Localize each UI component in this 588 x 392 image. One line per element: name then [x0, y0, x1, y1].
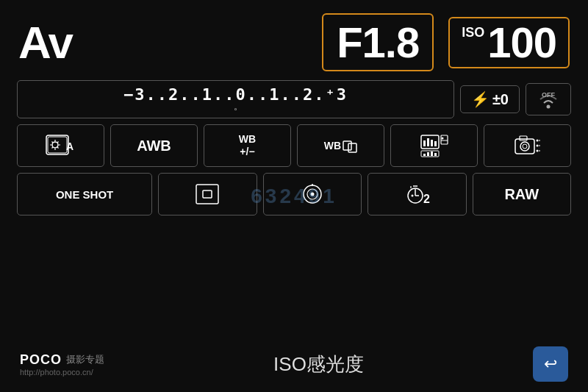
poco-text: POCO [20, 352, 62, 368]
camera-settings-icon [514, 133, 542, 158]
svg-rect-40 [203, 190, 212, 198]
white-balance-box[interactable]: AWB [110, 124, 198, 167]
ev-scale-box[interactable]: −3..2..1..0..1..2.⁺3 ◦ [17, 80, 454, 118]
svg-text:2: 2 [423, 193, 430, 205]
timer-box[interactable]: 2 [368, 173, 466, 215]
timer-icon: 2 [404, 183, 430, 205]
bottom-bar: POCO 摄影专题 http://photo.poco.cn/ ISO感光度 ↩ [11, 341, 577, 385]
svg-point-43 [310, 193, 314, 196]
svg-rect-22 [423, 140, 426, 146]
raw-label: RAW [504, 186, 539, 203]
wifi-box[interactable]: OFF [526, 83, 571, 115]
svg-point-0 [547, 105, 551, 109]
aperture-value: F1.8 [337, 18, 419, 66]
raw-mode-box[interactable]: RAW [473, 173, 571, 215]
poco-url: http://photo.poco.cn/ [20, 368, 104, 377]
row-top: Av F1.8 ISO 100 [11, 7, 577, 77]
svg-rect-19 [427, 152, 429, 156]
svg-line-10 [57, 147, 59, 149]
liveview-icon [300, 183, 325, 205]
back-button[interactable]: ↩ [533, 346, 568, 382]
svg-point-35 [536, 150, 538, 152]
av-mode-label: Av [18, 16, 72, 68]
row-ev: −3..2..1..0..1..2.⁺3 ◦ ⚡ ±0 OFF [11, 80, 577, 118]
row-mode: ONE SHOT [11, 173, 577, 215]
awb-label: AWB [137, 138, 171, 154]
metering-mode-box[interactable]: A [17, 124, 104, 167]
svg-point-28 [441, 138, 443, 140]
flash-icon: ⚡ [471, 90, 490, 108]
iso-box[interactable]: ISO 100 [448, 17, 570, 68]
svg-point-34 [536, 145, 538, 147]
svg-rect-30 [520, 136, 527, 140]
svg-point-49 [412, 195, 414, 197]
display-mode-icon [420, 133, 448, 158]
svg-point-31 [520, 142, 529, 151]
svg-line-9 [51, 142, 53, 143]
svg-rect-14 [343, 141, 351, 150]
iso-label: ISO [462, 26, 484, 39]
flash-compensation-box[interactable]: ⚡ ±0 [460, 85, 520, 113]
camera-screen: 632491 Av F1.8 ISO 100 −3..2..1..0..1..2… [0, 0, 588, 392]
svg-text:OFF: OFF [542, 91, 555, 99]
wb-bracket-box[interactable]: WB [297, 124, 384, 167]
camera-settings-box[interactable] [484, 124, 571, 167]
svg-point-33 [536, 140, 538, 142]
aperture-box[interactable]: F1.8 [322, 13, 434, 71]
svg-rect-29 [515, 139, 534, 154]
liveview-box[interactable] [263, 173, 362, 215]
back-arrow-icon: ↩ [544, 354, 557, 374]
row-settings: A AWB WB +/− WB [11, 124, 577, 167]
svg-rect-21 [434, 153, 437, 156]
poco-logo: POCO 摄影专题 http://photo.poco.cn/ [20, 352, 104, 377]
svg-point-32 [523, 144, 527, 149]
wb-bracket-label: WB [324, 138, 357, 153]
svg-point-4 [52, 142, 58, 148]
svg-text:A: A [65, 140, 73, 152]
metering-icon: A [45, 132, 77, 159]
display-mode-box[interactable] [390, 124, 478, 167]
svg-rect-15 [348, 143, 356, 152]
svg-rect-39 [196, 185, 218, 204]
wifi-icon: OFF [535, 88, 562, 110]
wb-adjust-label: WB +/− [239, 133, 256, 158]
svg-line-12 [57, 142, 59, 143]
svg-rect-24 [431, 140, 433, 146]
wb-adjust-box[interactable]: WB +/− [204, 124, 291, 167]
ev-marker: ◦ [28, 104, 443, 113]
svg-rect-26 [441, 135, 448, 144]
svg-line-11 [51, 147, 53, 149]
ev-scale-text: −3..2..1..0..1..2.⁺3 [28, 85, 443, 104]
svg-rect-23 [427, 138, 429, 146]
iso-value: 100 [487, 21, 556, 64]
af-point-box[interactable] [158, 173, 257, 215]
poco-brand: POCO 摄影专题 [20, 352, 104, 368]
flash-value: ±0 [492, 91, 509, 108]
af-mode-box[interactable]: ONE SHOT [17, 173, 152, 215]
svg-rect-2 [46, 135, 68, 154]
af-point-icon [196, 184, 219, 204]
poco-sub: 摄影专题 [66, 353, 104, 366]
iso-caption: ISO感光度 [273, 352, 364, 377]
svg-rect-20 [431, 152, 433, 156]
svg-rect-25 [434, 141, 437, 146]
af-mode-label: ONE SHOT [56, 188, 113, 201]
svg-rect-18 [423, 154, 426, 156]
